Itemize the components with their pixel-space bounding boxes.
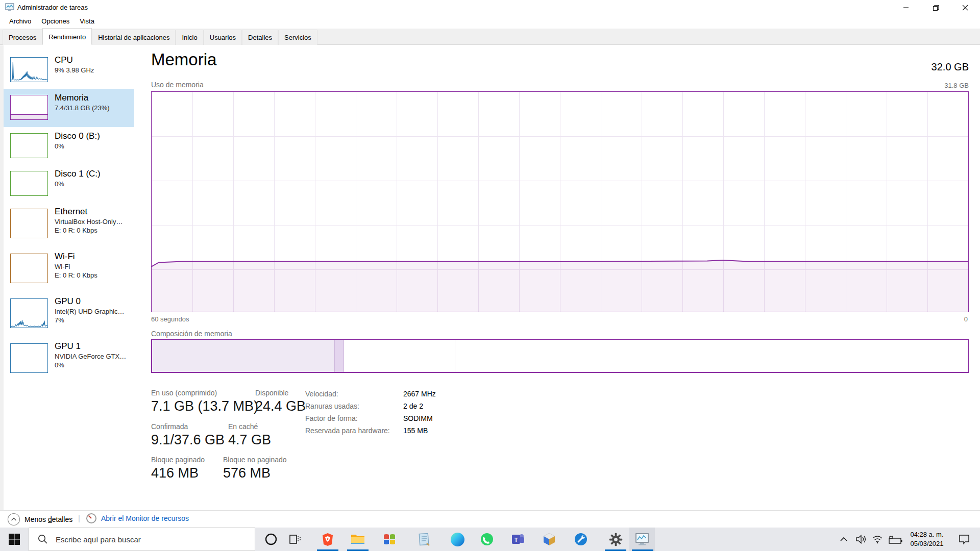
cortana-button[interactable]	[259, 528, 283, 551]
tab-procesos[interactable]: Procesos	[3, 30, 42, 45]
tab-historial[interactable]: Historial de aplicaciones	[92, 30, 176, 45]
tab-usuarios[interactable]: Usuarios	[204, 30, 242, 45]
composition-segment-free[interactable]	[455, 340, 968, 372]
tab-servicios[interactable]: Servicios	[278, 30, 317, 45]
stat-bloque-no-paginado-value: 576 MB	[223, 465, 287, 481]
taskbar-teams-button[interactable]: T	[506, 528, 530, 551]
taskbar-settings-button[interactable]	[603, 528, 628, 551]
sidebar-cpu-sub: 9% 3.98 GHz	[55, 66, 94, 74]
search-input[interactable]	[56, 535, 229, 544]
taskbar-wrench-tool-button[interactable]	[569, 528, 593, 551]
search-icon	[37, 534, 48, 545]
menu-vista[interactable]: Vista	[75, 15, 100, 28]
sidebar-scrollbar[interactable]	[0, 45, 4, 510]
menu-archivo[interactable]: Archivo	[4, 15, 36, 28]
sidebar-disco1-title: Disco 1 (C:)	[55, 169, 101, 179]
memory-usage-area	[152, 92, 968, 312]
taskbar-brave-button[interactable]	[315, 528, 340, 551]
action-center-button[interactable]	[957, 528, 972, 551]
less-details-button[interactable]: Menos detalles	[7, 513, 72, 526]
taskbar-notepad-button[interactable]	[412, 528, 436, 551]
sidebar-cpu-title: CPU	[55, 55, 94, 65]
gpu1-thumbnail-chart	[10, 343, 48, 373]
cortana-icon	[264, 533, 278, 546]
detail-factor: Factor de forma: SODIMM	[305, 414, 436, 427]
gpu0-thumbnail-chart	[10, 298, 48, 328]
taskbar-task-manager-button[interactable]	[630, 528, 654, 551]
taskbar-search-box[interactable]	[29, 528, 255, 551]
menu-bar: Archivo Opciones Vista	[0, 15, 980, 28]
title-bar[interactable]: Administrador de tareas	[0, 0, 980, 15]
less-details-label: Menos detalles	[24, 515, 72, 523]
memory-composition-bar[interactable]	[151, 339, 969, 373]
chevron-up-icon	[840, 536, 848, 542]
sidebar-disco1-sub: 0%	[55, 180, 101, 188]
sidebar-gpu0-sub2: 7%	[55, 316, 125, 324]
stat-disponible-label: Disponible	[255, 389, 306, 397]
tray-show-hidden-icons-button[interactable]	[836, 528, 851, 551]
stat-confirmada-label: Confirmada	[151, 422, 225, 431]
sidebar-item-cpu[interactable]: CPU 9% 3.98 GHz	[4, 51, 134, 89]
cpu-thumbnail-chart	[10, 57, 48, 82]
restore-button[interactable]	[921, 0, 950, 15]
start-button[interactable]	[0, 528, 29, 551]
tab-detalles[interactable]: Detalles	[242, 30, 278, 45]
sidebar-item-gpu1[interactable]: GPU 1 NVIDIA GeForce GTX… 0%	[4, 337, 134, 382]
sidebar-wifi-sub1: Wi-Fi	[55, 263, 97, 270]
detail-velocidad: Velocidad: 2667 MHz	[305, 390, 436, 402]
memory-thumbnail-chart	[10, 95, 48, 120]
composition-segment-in-use[interactable]	[152, 340, 335, 372]
task-view-icon	[289, 533, 301, 545]
stat-cache: En caché 4.7 GB	[228, 422, 271, 448]
cube-app-icon	[542, 532, 556, 546]
hardware-details: Velocidad: 2667 MHz Ranuras usadas: 2 de…	[305, 390, 436, 439]
stat-cache-label: En caché	[228, 422, 271, 431]
taskbar-edge-button[interactable]	[445, 528, 470, 551]
window-title: Administrador de tareas	[17, 4, 88, 11]
footer-bar: Menos detalles | Abrir el Monitor de rec…	[0, 510, 980, 528]
tray-clock[interactable]: 04:28 a. m. 05/03/2021	[902, 530, 951, 548]
taskbar-file-explorer-button[interactable]	[346, 528, 370, 551]
task-view-button[interactable]	[283, 528, 307, 551]
sidebar-memoria-sub: 7.4/31.8 GB (23%)	[55, 104, 110, 112]
taskbar-legacy-app-button[interactable]	[377, 528, 402, 551]
detail-factor-label: Factor de forma:	[305, 414, 403, 427]
taskbar: T	[0, 528, 980, 551]
tab-rendimiento[interactable]: Rendimiento	[42, 28, 92, 45]
tray-volume-button[interactable]	[853, 528, 869, 551]
stat-en-uso-value: 7.1 GB (13.7 MB)	[151, 398, 258, 414]
taskbar-whatsapp-button[interactable]	[475, 528, 499, 551]
sidebar-item-disco1[interactable]: Disco 1 (C:) 0%	[4, 165, 134, 203]
stat-disponible-value: 24.4 GB	[255, 398, 306, 414]
composition-segment-modified[interactable]	[335, 340, 344, 372]
open-resource-monitor-label: Abrir el Monitor de recursos	[101, 514, 189, 522]
sidebar-item-ethernet[interactable]: Ethernet VirtualBox Host-Only… E: 0 R: 0…	[4, 203, 134, 247]
battery-charging-icon	[888, 535, 903, 544]
stat-bloque-no-paginado-label: Bloque no paginado	[223, 456, 287, 464]
chart-zero-label: 0	[964, 315, 968, 323]
task-manager-app-icon	[5, 3, 14, 11]
tray-battery-button[interactable]	[886, 528, 904, 551]
teams-icon: T	[511, 533, 525, 546]
tab-inicio[interactable]: Inicio	[176, 30, 203, 45]
composition-segment-standby[interactable]	[344, 340, 456, 372]
open-resource-monitor-link[interactable]: Abrir el Monitor de recursos	[86, 513, 189, 524]
stat-bloque-paginado-label: Bloque paginado	[151, 456, 205, 464]
memory-usage-chart	[151, 91, 969, 312]
sidebar-gpu0-sub1: Intel(R) UHD Graphic…	[55, 308, 125, 315]
taskbar-cube-app-button[interactable]	[537, 528, 561, 551]
classic-windows-app-icon	[382, 532, 397, 546]
sidebar-item-wifi[interactable]: Wi-Fi Wi-Fi E: 0 R: 0 Kbps	[4, 247, 134, 292]
minimize-button[interactable]	[891, 0, 921, 15]
detail-reservada-value: 155 MB	[403, 427, 428, 439]
menu-opciones[interactable]: Opciones	[36, 15, 75, 28]
task-manager-taskbar-icon	[635, 533, 649, 546]
stat-cache-value: 4.7 GB	[228, 432, 271, 448]
sidebar-item-disco0[interactable]: Disco 0 (B:) 0%	[4, 127, 134, 165]
sidebar-item-gpu0[interactable]: GPU 0 Intel(R) UHD Graphic… 7%	[4, 292, 134, 337]
cpu-sparkline	[11, 58, 47, 82]
svg-text:T: T	[514, 537, 518, 543]
tray-wifi-button[interactable]	[870, 528, 885, 551]
close-button[interactable]	[950, 0, 980, 15]
sidebar-item-memoria[interactable]: Memoria 7.4/31.8 GB (23%)	[4, 89, 134, 127]
